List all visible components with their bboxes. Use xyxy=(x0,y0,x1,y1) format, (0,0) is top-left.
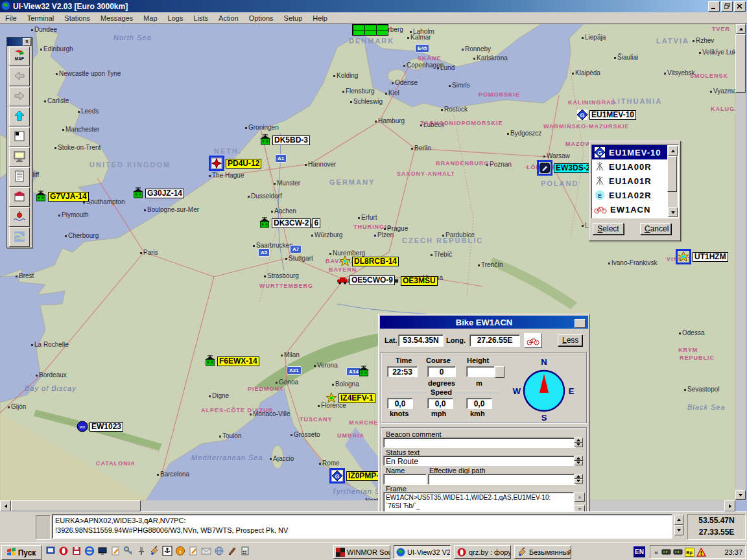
status-text-field[interactable]: En Route xyxy=(383,456,576,466)
menu-setup[interactable]: Setup xyxy=(279,13,308,23)
station-F6EWX-14[interactable]: F6EWX-14 xyxy=(204,355,259,367)
station-list-item-EU1A01R[interactable]: EU1A01R xyxy=(592,174,667,188)
edit-icon[interactable] xyxy=(110,546,121,556)
cancel-button[interactable]: Cancel xyxy=(640,223,671,235)
restore-button[interactable] xyxy=(721,1,733,12)
pen-icon[interactable] xyxy=(227,546,237,556)
window-titlebar[interactable]: UI-View32 V2.03 [Euro 3000km] xyxy=(0,0,747,12)
globe-icon[interactable] xyxy=(214,546,224,556)
terminal-button[interactable] xyxy=(9,147,30,167)
map-area[interactable]: North SeaDundeeEdinburghNewcastle upon T… xyxy=(0,24,747,511)
map-vscroll-thumb[interactable] xyxy=(735,34,746,93)
task-button[interactable]: UI-View32 V2.... xyxy=(394,545,451,559)
station-G7VJA-14[interactable]: G7VJA-14 xyxy=(35,191,89,202)
calculator-icon[interactable] xyxy=(240,546,250,556)
modem-icon[interactable] xyxy=(673,548,683,556)
station-listbox[interactable]: GEU1MEV-10EU1A00REU1A01REEU1A02REW1ACN xyxy=(591,145,679,218)
station-list-item-EU1A00R[interactable]: EU1A00R xyxy=(592,159,667,174)
station-DL8RCB-14[interactable]: DL8RCB-14 xyxy=(339,255,399,267)
station-G30JZ-14[interactable]: G30JZ-14 xyxy=(132,187,184,199)
menu-options[interactable]: Options xyxy=(244,13,279,23)
station-IZ0PMP-[interactable]: GIZ0PMP- xyxy=(329,468,381,484)
menu-stations[interactable]: Stations xyxy=(59,13,95,23)
beacon-comment-field[interactable] xyxy=(383,438,576,448)
edit2-icon[interactable] xyxy=(188,546,198,556)
frame-scroll-up-icon[interactable] xyxy=(575,493,585,502)
station-DK3CW-2[interactable]: DK3CW-26 xyxy=(259,217,320,229)
station-list-item-EW1ACN[interactable]: EW1ACN xyxy=(592,202,667,216)
palette-titlebar[interactable]: x xyxy=(7,38,32,46)
station-OE3MSU[interactable]: OE3MSU xyxy=(394,276,438,286)
scrollbar-thumb[interactable] xyxy=(667,156,677,192)
less-button[interactable]: Less xyxy=(558,334,582,346)
scroll-up-icon[interactable] xyxy=(668,146,678,156)
scroll-down-icon[interactable] xyxy=(668,207,678,217)
map-vertical-scrollbar[interactable] xyxy=(735,24,746,500)
digi-path-field[interactable] xyxy=(428,474,576,485)
select-button[interactable]: Select xyxy=(593,223,624,235)
beacon-comment-spinner[interactable] xyxy=(574,438,583,447)
ie-icon[interactable] xyxy=(84,546,95,556)
language-indicator[interactable]: EN xyxy=(634,546,645,557)
info-icon[interactable]: i xyxy=(175,546,185,556)
map-scroll-up-icon[interactable] xyxy=(736,24,746,34)
minimize-button[interactable] xyxy=(708,1,720,12)
alert-icon[interactable] xyxy=(696,548,706,557)
start-button[interactable]: Пуск xyxy=(1,545,42,560)
listbox-scrollbar[interactable] xyxy=(668,146,678,217)
station-marker[interactable] xyxy=(358,366,370,377)
menu-help[interactable]: Help xyxy=(307,13,333,23)
plug-icon[interactable] xyxy=(136,546,147,556)
buoy-button[interactable] xyxy=(9,207,30,227)
map-thumbnail-button[interactable] xyxy=(9,228,30,247)
arrow-left-button[interactable] xyxy=(9,67,30,86)
paint-cup-icon[interactable] xyxy=(149,546,160,556)
station-EW3DS-2[interactable]: EW3DS-2 xyxy=(537,160,592,176)
modem-icon[interactable] xyxy=(661,548,671,556)
task-button[interactable]: WINMOR Soun... xyxy=(333,545,390,559)
station-OE5CWO-9[interactable]: OE5CWO-9 xyxy=(337,274,395,286)
station-EU1MEV-10[interactable]: GEU1MEV-10 xyxy=(576,109,636,121)
arrow-right-button[interactable] xyxy=(9,87,30,106)
menu-terminal[interactable]: Terminal xyxy=(22,13,60,23)
menu-logs[interactable]: Logs xyxy=(163,13,189,23)
zoom-box-button[interactable] xyxy=(9,127,30,146)
chevron-icon[interactable]: « xyxy=(653,548,659,557)
station-list-item-EU1MEV-10[interactable]: GEU1MEV-10 xyxy=(592,145,667,159)
key-icon[interactable] xyxy=(123,546,134,556)
map-scroll-down-icon[interactable] xyxy=(735,490,746,500)
station-PD4U-12[interactable]: PD4U-12 xyxy=(209,156,261,171)
map-button-button[interactable]: MAP xyxy=(9,47,30,66)
name-field[interactable] xyxy=(383,474,427,485)
monitor-textbox[interactable]: EURKA>APNX02,WIDE3-3,qAR,NV7PC: !3926.98… xyxy=(52,514,672,539)
toolbar-palette[interactable]: x MAP xyxy=(6,37,32,248)
station-list-item-EU1A02R[interactable]: EEU1A02R xyxy=(592,188,667,202)
long-field[interactable]: 27.26.55E xyxy=(469,334,520,347)
arrow-up-button[interactable] xyxy=(9,107,30,126)
task-button[interactable]: Безымянный - ... xyxy=(514,545,571,559)
floppy-icon[interactable] xyxy=(71,546,82,556)
map-hscroll-thumb[interactable] xyxy=(11,500,141,511)
station-UT1HZM[interactable]: UT1HZM xyxy=(676,249,728,264)
menu-map[interactable]: Map xyxy=(138,13,162,23)
frame-scroll-down-icon[interactable] xyxy=(575,505,585,511)
show-desktop-icon[interactable] xyxy=(45,546,56,556)
menu-messages[interactable]: Messages xyxy=(95,13,138,23)
station-EW1023[interactable]: wxEW1023 xyxy=(77,421,123,432)
close-button[interactable] xyxy=(734,1,746,12)
status-text-spinner[interactable] xyxy=(574,456,583,465)
agw-icon[interactable]: Bp xyxy=(685,548,694,557)
map-scroll-right-icon[interactable] xyxy=(724,500,735,511)
dialog-rollup-button[interactable] xyxy=(575,319,586,328)
digi-path-spinner[interactable] xyxy=(574,474,583,484)
menu-file[interactable]: File xyxy=(0,13,22,23)
log-button[interactable] xyxy=(9,167,30,187)
station-IZ4EFV-1[interactable]: IZ4EFV-1 xyxy=(326,392,375,404)
frame-field[interactable]: EW1ACN>US5T35,WIDE1-1,WIDE2-1,qAS,EU1MEV… xyxy=(383,492,574,511)
station-DK5BD-3[interactable]: DK5BD-3 xyxy=(259,134,310,146)
monitor-scroll-spinner[interactable] xyxy=(674,515,683,535)
lat-field[interactable]: 53.54.35N xyxy=(398,334,444,347)
map-scroll-left-icon[interactable] xyxy=(0,500,11,511)
task-button[interactable]: qrz.by : форум... xyxy=(454,545,511,559)
palette-close-icon[interactable]: x xyxy=(23,38,31,46)
